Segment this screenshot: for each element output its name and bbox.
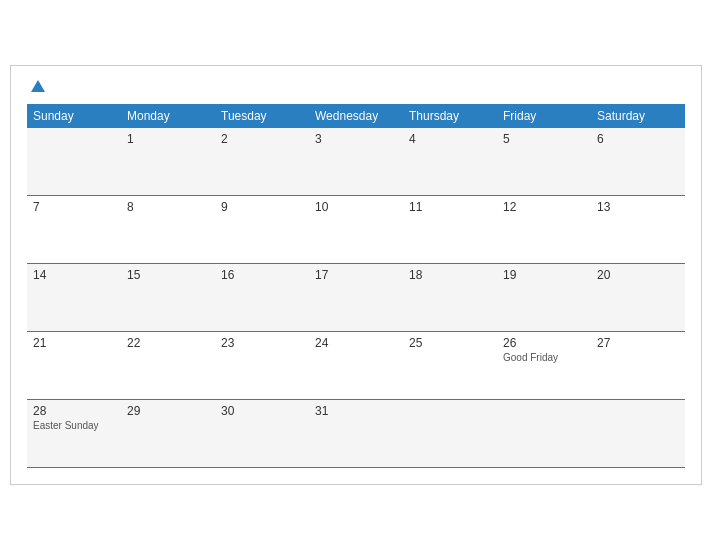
holiday-label: Good Friday xyxy=(503,352,585,363)
day-number: 21 xyxy=(33,336,115,350)
calendar-cell: 23 xyxy=(215,332,309,400)
day-number: 7 xyxy=(33,200,115,214)
calendar-body: 1234567891011121314151617181920212223242… xyxy=(27,128,685,468)
day-number: 16 xyxy=(221,268,303,282)
week-row-2: 78910111213 xyxy=(27,196,685,264)
logo xyxy=(27,82,45,92)
weekday-header-row: SundayMondayTuesdayWednesdayThursdayFrid… xyxy=(27,104,685,128)
weekday-header-friday: Friday xyxy=(497,104,591,128)
day-number: 27 xyxy=(597,336,679,350)
weekday-header-thursday: Thursday xyxy=(403,104,497,128)
calendar-cell: 28Easter Sunday xyxy=(27,400,121,468)
calendar-cell: 21 xyxy=(27,332,121,400)
calendar-cell: 29 xyxy=(121,400,215,468)
day-number: 24 xyxy=(315,336,397,350)
calendar-cell: 16 xyxy=(215,264,309,332)
day-number: 1 xyxy=(127,132,209,146)
calendar-cell xyxy=(403,400,497,468)
weekday-header-wednesday: Wednesday xyxy=(309,104,403,128)
calendar-cell xyxy=(27,128,121,196)
calendar-cell: 7 xyxy=(27,196,121,264)
day-number: 18 xyxy=(409,268,491,282)
day-number: 19 xyxy=(503,268,585,282)
day-number: 13 xyxy=(597,200,679,214)
day-number: 31 xyxy=(315,404,397,418)
calendar-container: SundayMondayTuesdayWednesdayThursdayFrid… xyxy=(10,65,702,486)
calendar-cell: 8 xyxy=(121,196,215,264)
calendar-cell: 30 xyxy=(215,400,309,468)
day-number: 23 xyxy=(221,336,303,350)
day-number: 10 xyxy=(315,200,397,214)
calendar-cell: 14 xyxy=(27,264,121,332)
calendar-cell: 3 xyxy=(309,128,403,196)
day-number: 28 xyxy=(33,404,115,418)
calendar-cell: 31 xyxy=(309,400,403,468)
calendar-cell: 19 xyxy=(497,264,591,332)
day-number: 20 xyxy=(597,268,679,282)
day-number: 11 xyxy=(409,200,491,214)
calendar-cell: 1 xyxy=(121,128,215,196)
calendar-cell xyxy=(497,400,591,468)
week-row-3: 14151617181920 xyxy=(27,264,685,332)
day-number: 6 xyxy=(597,132,679,146)
day-number: 2 xyxy=(221,132,303,146)
week-row-1: 123456 xyxy=(27,128,685,196)
weekday-header-tuesday: Tuesday xyxy=(215,104,309,128)
day-number: 25 xyxy=(409,336,491,350)
day-number: 9 xyxy=(221,200,303,214)
day-number: 29 xyxy=(127,404,209,418)
holiday-label: Easter Sunday xyxy=(33,420,115,431)
day-number: 30 xyxy=(221,404,303,418)
day-number: 12 xyxy=(503,200,585,214)
calendar-cell: 4 xyxy=(403,128,497,196)
calendar-cell: 5 xyxy=(497,128,591,196)
calendar-cell: 9 xyxy=(215,196,309,264)
day-number: 3 xyxy=(315,132,397,146)
calendar-cell: 27 xyxy=(591,332,685,400)
day-number: 26 xyxy=(503,336,585,350)
week-row-4: 212223242526Good Friday27 xyxy=(27,332,685,400)
day-number: 15 xyxy=(127,268,209,282)
calendar-cell: 26Good Friday xyxy=(497,332,591,400)
week-row-5: 28Easter Sunday293031 xyxy=(27,400,685,468)
calendar-cell: 24 xyxy=(309,332,403,400)
weekday-header-saturday: Saturday xyxy=(591,104,685,128)
calendar-cell: 11 xyxy=(403,196,497,264)
calendar-cell: 13 xyxy=(591,196,685,264)
weekday-header-sunday: Sunday xyxy=(27,104,121,128)
calendar-cell: 18 xyxy=(403,264,497,332)
calendar-cell: 20 xyxy=(591,264,685,332)
day-number: 22 xyxy=(127,336,209,350)
day-number: 8 xyxy=(127,200,209,214)
calendar-header xyxy=(27,82,685,92)
calendar-cell xyxy=(591,400,685,468)
calendar-cell: 25 xyxy=(403,332,497,400)
calendar-cell: 6 xyxy=(591,128,685,196)
weekday-header-monday: Monday xyxy=(121,104,215,128)
logo-triangle-icon xyxy=(31,80,45,92)
day-number: 4 xyxy=(409,132,491,146)
day-number: 17 xyxy=(315,268,397,282)
calendar-cell: 22 xyxy=(121,332,215,400)
day-number: 5 xyxy=(503,132,585,146)
calendar-cell: 15 xyxy=(121,264,215,332)
calendar-cell: 12 xyxy=(497,196,591,264)
calendar-cell: 10 xyxy=(309,196,403,264)
calendar-cell: 2 xyxy=(215,128,309,196)
calendar-table: SundayMondayTuesdayWednesdayThursdayFrid… xyxy=(27,104,685,469)
calendar-cell: 17 xyxy=(309,264,403,332)
day-number: 14 xyxy=(33,268,115,282)
